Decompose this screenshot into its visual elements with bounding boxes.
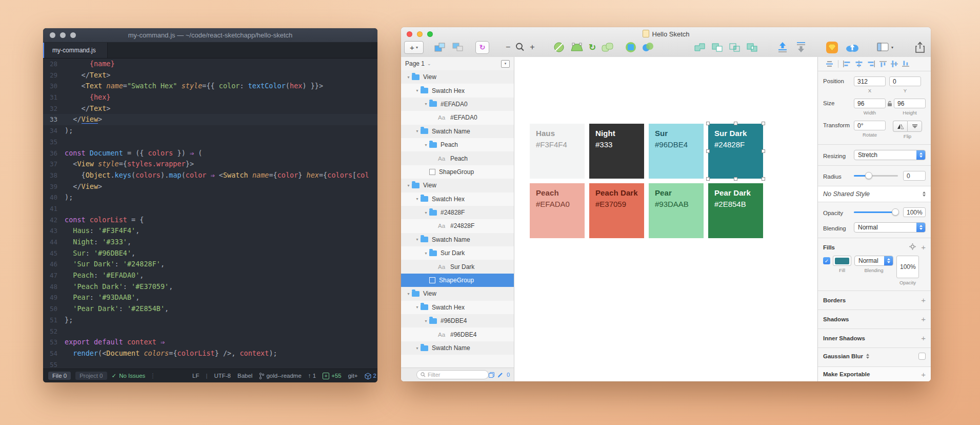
- align-middle-vertical-icon[interactable]: [891, 61, 898, 67]
- width-input[interactable]: 96: [854, 99, 886, 108]
- editor-titlebar[interactable]: my-command.js — ~/code/react-sketchapp/h…: [43, 28, 377, 43]
- disclosure-triangle[interactable]: ▾: [414, 237, 421, 242]
- code-line[interactable]: 53export default context ⇒: [43, 337, 377, 348]
- fill-opacity-input[interactable]: 100%: [896, 256, 919, 278]
- duplicate-icon[interactable]: [489, 372, 494, 378]
- selection-handle[interactable]: [706, 177, 710, 181]
- code-line[interactable]: 38 {Object.keys(colors).map(color ⇒ <Swa…: [43, 170, 377, 181]
- opacity-input[interactable]: 100%: [903, 207, 926, 217]
- fill-color-well[interactable]: [833, 256, 851, 266]
- layer-row-sur-dark[interactable]: AaSur Dark: [401, 260, 514, 273]
- add-shadow-button[interactable]: +: [921, 315, 926, 323]
- page-header[interactable]: Page 1 ⌄ ▾: [401, 57, 514, 71]
- layer-row--efada0[interactable]: ▾#EFADA0: [401, 98, 514, 111]
- status-git-branch[interactable]: gold--readme: [259, 373, 301, 379]
- union-button[interactable]: [693, 42, 706, 53]
- y-input[interactable]: 0: [889, 76, 921, 86]
- layer-row-swatch-name[interactable]: ▾Swatch Name: [401, 341, 514, 355]
- code-line[interactable]: 30 <Text name="Swatch Hex" style={{ colo…: [43, 81, 377, 92]
- layer-row-swatch-name[interactable]: ▾Swatch Name: [401, 125, 514, 138]
- align-center-horizontal-icon[interactable]: [855, 61, 863, 67]
- selection-handle[interactable]: [762, 177, 765, 181]
- group-button[interactable]: [433, 41, 447, 53]
- code-line[interactable]: 28 {name}: [43, 59, 377, 70]
- gaussian-blur-checkbox[interactable]: [918, 353, 926, 360]
- status-item[interactable]: Babel: [237, 373, 252, 379]
- status-item[interactable]: UTF-8: [214, 373, 231, 379]
- radius-slider[interactable]: [854, 175, 898, 177]
- swatch-pear-dark[interactable]: Pear Dark#2E854B: [708, 183, 763, 238]
- close-button[interactable]: [50, 32, 55, 38]
- selection-handle[interactable]: [706, 149, 710, 153]
- editor-window-controls[interactable]: [50, 32, 76, 38]
- shared-style-select[interactable]: No Shared Style: [818, 186, 931, 202]
- distribute-vertically-icon[interactable]: [825, 61, 834, 67]
- swatch-sur[interactable]: Sur#96DBE4: [649, 124, 704, 179]
- slider-thumb[interactable]: [865, 172, 872, 179]
- fill-blending-select[interactable]: Normal: [854, 256, 893, 266]
- status-item[interactable]: LF: [192, 373, 199, 379]
- add-border-button[interactable]: +: [921, 296, 926, 304]
- difference-button[interactable]: [746, 42, 758, 53]
- disclosure-triangle[interactable]: ▾: [414, 88, 421, 93]
- code-line[interactable]: 47 Peach: '#EFADA0',: [43, 270, 377, 281]
- code-line[interactable]: 29 </Text>: [43, 70, 377, 81]
- align-right-icon[interactable]: [867, 61, 875, 67]
- selection-handle[interactable]: [762, 149, 765, 153]
- height-input[interactable]: 96: [894, 99, 926, 108]
- align-top-icon[interactable]: [879, 61, 887, 67]
- code-lines[interactable]: 28 {name}29 </Text>30 <Text name="Swatch…: [43, 59, 377, 370]
- lock-icon[interactable]: [887, 101, 892, 108]
- disclosure-triangle[interactable]: ▾: [405, 292, 412, 296]
- cloud-button[interactable]: [845, 42, 859, 53]
- code-line[interactable]: 33 </View>: [43, 114, 377, 125]
- boolean-ops-button[interactable]: [641, 41, 654, 53]
- zoom-in-button[interactable]: +: [530, 43, 534, 52]
- oval-tool-button[interactable]: [553, 41, 565, 53]
- status-lint[interactable]: ✓No Issues: [112, 372, 146, 379]
- layer-row-view[interactable]: ▾View: [401, 287, 514, 300]
- layer-row-swatch-hex[interactable]: ▾Swatch Hex: [401, 84, 514, 97]
- disclosure-triangle[interactable]: ▾: [414, 129, 421, 133]
- layer-row-swatch-name[interactable]: ▾Swatch Name: [401, 233, 514, 246]
- status-updates[interactable]: 2: [365, 373, 376, 379]
- sketch-mirror-button[interactable]: [826, 41, 838, 54]
- code-line[interactable]: 31 {hex}: [43, 92, 377, 103]
- layer-row--24828f[interactable]: Aa#24828F: [401, 219, 514, 233]
- zoom-out-button[interactable]: −: [506, 43, 510, 52]
- magnifier-icon[interactable]: [515, 42, 525, 52]
- layer-row--24828f[interactable]: ▾#24828F: [401, 206, 514, 219]
- swatch-peach-dark[interactable]: Peach Dark#E37059: [589, 183, 644, 238]
- send-backward-button[interactable]: [795, 41, 807, 53]
- selection-handle[interactable]: [734, 122, 737, 125]
- gear-icon[interactable]: [909, 243, 916, 251]
- code-line[interactable]: 49 Pear: '#93DAAB',: [43, 292, 377, 303]
- layer-row-peach[interactable]: ▾Peach: [401, 138, 514, 151]
- disclosure-triangle[interactable]: ▾: [414, 197, 421, 201]
- align-bottom-icon[interactable]: [902, 61, 909, 67]
- code-line[interactable]: 52: [43, 326, 377, 337]
- create-symbol-button[interactable]: ↻: [475, 41, 489, 54]
- selection-handle[interactable]: [734, 177, 737, 181]
- view-options-button[interactable]: ▾: [877, 42, 893, 52]
- status-push-count[interactable]: ↑ 1: [308, 373, 316, 379]
- blending-select[interactable]: Normal: [854, 222, 926, 233]
- layer-row-view[interactable]: ▾View: [401, 179, 514, 192]
- x-input[interactable]: 312: [854, 76, 886, 86]
- zoom-button[interactable]: [70, 32, 76, 38]
- share-button[interactable]: [915, 41, 925, 53]
- status-item[interactable]: git+: [348, 373, 358, 379]
- flip-horizontal-button[interactable]: [893, 121, 907, 132]
- code-line[interactable]: 37 <View style={styles.wrapper}>: [43, 159, 377, 170]
- bring-forward-button[interactable]: [776, 41, 789, 53]
- layer-row-peach[interactable]: AaPeach: [401, 151, 514, 165]
- swatch-peach[interactable]: Peach#EFADA0: [530, 183, 585, 238]
- code-line[interactable]: 35: [43, 137, 377, 148]
- page-list-toggle[interactable]: ▾: [501, 60, 510, 68]
- rotate-input[interactable]: 0°: [854, 121, 886, 130]
- page-name[interactable]: Page 1: [405, 60, 425, 67]
- layer-row-shapegroup[interactable]: ShapeGroup: [401, 274, 514, 287]
- code-line[interactable]: 43 Haus: '#F3F4F4',: [43, 225, 377, 237]
- status-file-count[interactable]: File 0: [48, 372, 71, 380]
- code-line[interactable]: 32 </Text>: [43, 103, 377, 114]
